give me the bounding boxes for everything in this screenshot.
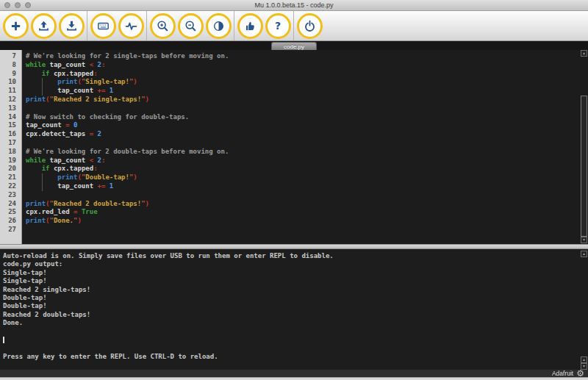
code-line bbox=[26, 226, 588, 234]
upload-icon bbox=[37, 20, 50, 32]
toolbar-separator bbox=[293, 11, 294, 40]
code-line: if cpx.tapped: bbox=[26, 165, 588, 173]
serial-line: Single-tap! bbox=[3, 269, 588, 277]
serial-line: Reached 2 single-taps! bbox=[3, 286, 588, 294]
window-close-button[interactable] bbox=[4, 2, 10, 8]
line-number: 27 bbox=[0, 226, 16, 234]
code-line: print("Double-tap!") bbox=[26, 173, 588, 182]
splitter[interactable] bbox=[0, 244, 588, 249]
serial-line bbox=[3, 328, 588, 336]
toolbar-separator bbox=[87, 11, 87, 40]
code-editor[interactable]: 789101112131415161718192021222324252627 … bbox=[0, 50, 588, 244]
code-line: print("Reached 2 double-taps!") bbox=[26, 200, 588, 209]
scrollbar-thumb[interactable] bbox=[581, 96, 587, 237]
toolbar-separator bbox=[146, 11, 147, 40]
code-line bbox=[26, 139, 588, 148]
line-number: 24 bbox=[0, 200, 16, 209]
pulse-icon bbox=[125, 20, 137, 32]
window-bottom-edge bbox=[0, 377, 588, 380]
line-number: 25 bbox=[0, 208, 16, 217]
code-line: tap_count += 1 bbox=[26, 87, 588, 96]
serial-line: code.py output: bbox=[3, 260, 588, 268]
contrast-icon bbox=[212, 20, 225, 32]
serial-line: Auto-reload is on. Simply save files ove… bbox=[3, 252, 588, 260]
line-number: 14 bbox=[0, 113, 16, 122]
serial-line: Single-tap! bbox=[3, 277, 588, 285]
toolbar-button-zoom-out[interactable] bbox=[178, 13, 204, 39]
code-area[interactable]: # We're looking for 2 single-taps before… bbox=[22, 50, 588, 244]
toolbar-button-save[interactable] bbox=[59, 13, 85, 39]
toolbar-separator bbox=[234, 11, 234, 40]
code-line: cpx.red_led = True bbox=[26, 208, 588, 217]
toolbar-button-new[interactable] bbox=[3, 13, 29, 39]
serial-panel[interactable]: Auto-reload is on. Simply save files ove… bbox=[0, 249, 588, 370]
indent-guide bbox=[42, 173, 43, 191]
statusbar: Adafruit ⚙ bbox=[0, 370, 588, 377]
line-number-gutter: 789101112131415161718192021222324252627 bbox=[0, 50, 22, 244]
code-line: while tap_count < 2: bbox=[26, 157, 588, 165]
indent-guide bbox=[42, 78, 43, 96]
line-number: 17 bbox=[0, 139, 16, 148]
serial-line: Press any key to enter the REPL. Use CTR… bbox=[3, 353, 588, 361]
window-controls bbox=[4, 2, 31, 8]
line-number: 15 bbox=[0, 121, 16, 130]
tab-code-py[interactable]: code.py bbox=[271, 42, 317, 50]
line-number: 10 bbox=[0, 78, 16, 87]
window-title: Mu 1.0.0.beta.15 - code.py bbox=[0, 0, 588, 10]
code-line: print("Done.") bbox=[26, 217, 588, 226]
toolbar-button-load[interactable] bbox=[31, 13, 57, 39]
text-cursor bbox=[3, 337, 4, 343]
scroll-up-button[interactable]: ▴ bbox=[581, 50, 587, 57]
line-number: 8 bbox=[0, 61, 16, 70]
code-line: # Now switch to checking for double-taps… bbox=[26, 113, 588, 122]
code-line: tap_count += 1 bbox=[26, 182, 588, 191]
code-line: cpx.detect_taps = 2 bbox=[26, 130, 588, 139]
tabbar: code.py bbox=[0, 41, 588, 50]
line-number: 23 bbox=[0, 191, 16, 200]
line-number: 13 bbox=[0, 104, 16, 113]
toolbar-button-plotter[interactable] bbox=[118, 13, 144, 39]
window-zoom-button[interactable] bbox=[25, 2, 31, 8]
magnifier-plus-icon bbox=[157, 20, 169, 32]
code-line bbox=[26, 104, 588, 113]
window-minimize-button[interactable] bbox=[15, 2, 21, 8]
line-number: 26 bbox=[0, 217, 16, 226]
mode-label: Adafruit bbox=[552, 370, 573, 377]
code-line: tap_count = 0 bbox=[26, 121, 588, 130]
code-line: if cpx.tapped: bbox=[26, 70, 588, 79]
code-line bbox=[26, 191, 588, 200]
toolbar-button-theme[interactable] bbox=[206, 13, 232, 39]
toolbar-button-quit[interactable] bbox=[297, 13, 323, 39]
line-number: 21 bbox=[0, 173, 16, 182]
serial-line bbox=[3, 336, 588, 344]
line-number: 16 bbox=[0, 130, 16, 139]
line-number: 7 bbox=[0, 52, 16, 61]
toolbar-button-serial[interactable] bbox=[90, 13, 116, 39]
keyboard-icon bbox=[97, 20, 110, 32]
line-number: 19 bbox=[0, 157, 16, 165]
line-number: 18 bbox=[0, 148, 16, 157]
question-icon: ? bbox=[275, 20, 281, 32]
serial-line bbox=[3, 344, 588, 352]
line-number: 12 bbox=[0, 96, 16, 104]
serial-line: Double-tap! bbox=[3, 302, 588, 310]
toolbar: ? bbox=[0, 11, 588, 41]
gear-icon[interactable]: ⚙ bbox=[576, 370, 584, 377]
line-number: 20 bbox=[0, 165, 16, 173]
line-number: 11 bbox=[0, 87, 16, 96]
plus-icon bbox=[10, 20, 22, 32]
toolbar-button-zoom-in[interactable] bbox=[150, 13, 176, 39]
titlebar: Mu 1.0.0.beta.15 - code.py bbox=[0, 0, 588, 11]
serial-scroll-up2-button[interactable]: ▴ bbox=[581, 356, 587, 363]
serial-line: Done. bbox=[3, 319, 588, 327]
scroll-down-button[interactable]: ▾ bbox=[581, 237, 587, 243]
toolbar-button-check[interactable] bbox=[237, 13, 263, 39]
power-icon bbox=[304, 20, 316, 32]
code-line: while tap_count < 2: bbox=[26, 61, 588, 70]
serial-line: Double-tap! bbox=[3, 294, 588, 302]
tab-label: code.py bbox=[284, 43, 304, 50]
line-number: 22 bbox=[0, 182, 16, 191]
toolbar-button-help[interactable]: ? bbox=[265, 13, 291, 39]
serial-scroll-up-button[interactable]: ▴ bbox=[581, 251, 587, 257]
thumbs-up-icon bbox=[244, 20, 257, 32]
